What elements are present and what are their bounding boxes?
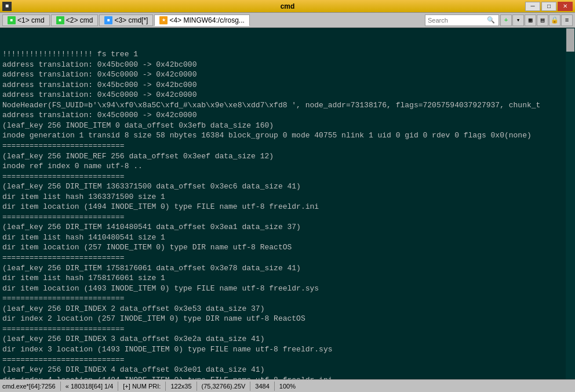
scrollbar[interactable] — [566, 28, 575, 379]
terminal-line: dir item list hash 1363371500 size 1 — [2, 192, 563, 202]
terminal-line: address translation: 0x45bc000 -> 0x42bc… — [2, 60, 563, 70]
terminal-line: (leaf_key 256 DIR_INDEX 2 data_offset 0x… — [2, 304, 563, 314]
search-input[interactable] — [428, 17, 486, 24]
terminal-line: inode ref index 0 name utf-8 .. — [2, 161, 563, 172]
terminal-line: (leaf_key 256 INODE_ITEM 0 data_offset 0… — [2, 121, 563, 131]
tab-3[interactable]: ■ <3> cmd[*] — [99, 14, 153, 26]
lock-button[interactable]: 🔒 — [549, 14, 561, 26]
terminal-line: dir item location (1493 INODE_ITEM 0) ty… — [2, 284, 563, 294]
terminal-line: inode generation 1 transid 8 size 58 nby… — [2, 130, 563, 141]
tab-1-label: <1> cmd — [17, 16, 45, 24]
terminal[interactable]: !!!!!!!!!!!!!!!!!!!! fs tree 1address tr… — [0, 28, 575, 379]
terminal-line: =========================== — [2, 324, 563, 335]
terminal-line: NodeHeader(FS_UUID=b'\x94\xf0\x8a5C\xfd_… — [2, 100, 563, 111]
terminal-line: =========================== — [2, 212, 563, 223]
status-bar: cmd.exe*[64]:7256 « 180318[64] 1/4 [+] N… — [0, 379, 575, 392]
terminal-line: dir item list hash 1410480541 size 1 — [2, 233, 563, 243]
status-info1: « 180318[64] 1/4 — [65, 382, 119, 391]
terminal-line: dir item location (257 INODE_ITEM 0) typ… — [2, 242, 563, 253]
view-button[interactable]: ▦ — [525, 14, 536, 26]
terminal-line: dir item list hash 1758176061 size 1 — [2, 273, 563, 284]
status-info3: 122x35 — [170, 382, 196, 391]
terminal-line: dir index 3 location (1493 INODE_ITEM 0)… — [2, 344, 563, 355]
scrollbar-thumb[interactable] — [566, 28, 574, 52]
terminal-line: (leaf_key 256 DIR_ITEM 1363371500 data_o… — [2, 182, 563, 192]
title-bar-left: ■ — [2, 2, 12, 11]
window-title: cmd — [281, 2, 295, 10]
tab-3-label: <3> cmd[*] — [114, 16, 148, 24]
terminal-line: dir index 2 location (257 INODE_ITEM 0) … — [2, 314, 563, 324]
terminal-line: =========================== — [2, 253, 563, 263]
status-info5: 3484 — [255, 382, 274, 391]
terminal-line: (leaf_key 256 INODE_REF 256 data_offset … — [2, 151, 563, 162]
terminal-line: dir item location (1494 INODE_ITEM 0) ty… — [2, 202, 563, 212]
terminal-line: =========================== — [2, 141, 563, 151]
tab-bar: ■ <1> cmd ■ <2> cmd ■ <3> cmd[*] ★ <4> M… — [0, 13, 575, 28]
status-info4: (75,32766).25V — [202, 382, 251, 391]
terminal-line: (leaf_key 256 DIR_INDEX 3 data_offset 0x… — [2, 334, 563, 344]
search-box: 🔍 — [425, 14, 499, 26]
dropdown-button[interactable]: ▾ — [512, 14, 524, 26]
terminal-line: =========================== — [2, 355, 563, 365]
status-process: cmd.exe*[64]:7256 — [2, 382, 61, 391]
terminal-line: (leaf_key 256 DIR_INDEX 4 data_offset 0x… — [2, 365, 563, 375]
add-tab-button[interactable]: + — [500, 14, 512, 26]
maximize-button[interactable]: □ — [541, 2, 556, 11]
tab-1-icon: ■ — [8, 16, 16, 24]
terminal-line: (leaf_key 256 DIR_ITEM 1410480541 data_o… — [2, 222, 563, 233]
terminal-line: =========================== — [2, 172, 563, 182]
view2-button[interactable]: ▤ — [537, 14, 548, 26]
tab-4-icon: ★ — [159, 16, 168, 24]
terminal-line: address translation: 0x45c0000 -> 0x42c0… — [2, 70, 563, 80]
terminal-line: dir index 4 location (1494 INODE_ITEM 0)… — [2, 375, 563, 379]
terminal-line: (leaf_key 256 DIR_ITEM 1758176061 data_o… — [2, 263, 563, 274]
search-button[interactable]: 🔍 — [486, 16, 496, 24]
tab-2-icon: ■ — [56, 16, 64, 24]
status-info6: 100% — [279, 382, 300, 391]
tab-4[interactable]: ★ <4> MINGW64:/c/rosg... — [154, 14, 249, 26]
tab-1[interactable]: ■ <1> cmd — [2, 14, 50, 26]
status-info2: [+] NUM PRI: — [123, 382, 166, 391]
tab-3-icon: ■ — [104, 16, 112, 24]
terminal-line: !!!!!!!!!!!!!!!!!!!! fs tree 1 — [2, 49, 563, 60]
settings-button[interactable]: ≡ — [561, 14, 573, 26]
minimize-button[interactable]: ─ — [525, 2, 540, 11]
tab-2-label: <2> cmd — [66, 16, 93, 24]
close-button[interactable]: ✕ — [558, 2, 573, 11]
toolbar-buttons: + ▾ ▦ ▤ 🔒 ≡ — [500, 14, 573, 26]
app-icon: ■ — [2, 2, 12, 11]
terminal-content: !!!!!!!!!!!!!!!!!!!! fs tree 1address tr… — [2, 49, 563, 379]
tab-2[interactable]: ■ <2> cmd — [51, 14, 99, 26]
terminal-line: address translation: 0x45bc000 -> 0x42bc… — [2, 80, 563, 90]
title-bar: ■ cmd ─ □ ✕ — [0, 0, 575, 13]
tab-4-label: <4> MINGW64:/c/rosg... — [169, 16, 244, 24]
terminal-line: address translation: 0x45c0000 -> 0x42c0… — [2, 90, 563, 100]
window-controls: ─ □ ✕ — [525, 2, 573, 11]
terminal-line: =========================== — [2, 293, 563, 304]
terminal-line: address translation: 0x45c0000 -> 0x42c0… — [2, 110, 563, 121]
